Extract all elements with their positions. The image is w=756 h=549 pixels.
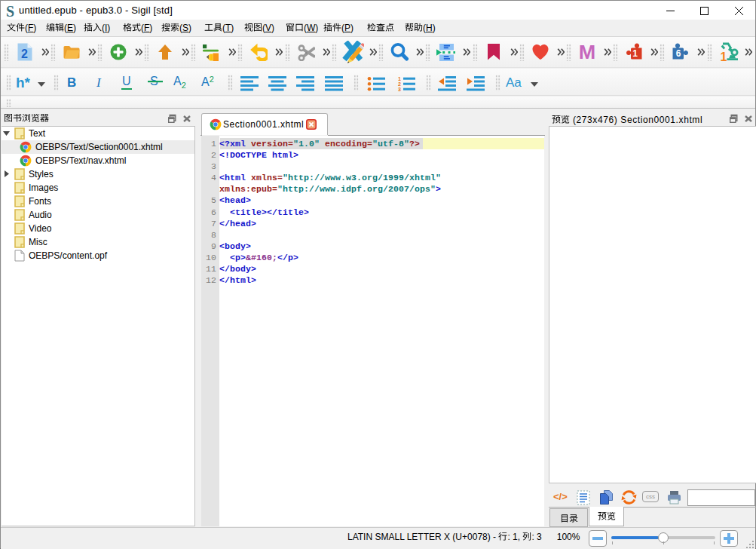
svg-text:1: 1 (721, 51, 727, 63)
svg-text:1: 1 (398, 76, 401, 81)
svg-text:1: 1 (632, 48, 638, 59)
svg-text:M: M (579, 43, 595, 61)
svg-text:2: 2 (21, 48, 28, 60)
svg-text:3: 3 (398, 87, 401, 91)
svg-text:2: 2 (398, 81, 401, 87)
svg-text:6: 6 (676, 48, 681, 59)
